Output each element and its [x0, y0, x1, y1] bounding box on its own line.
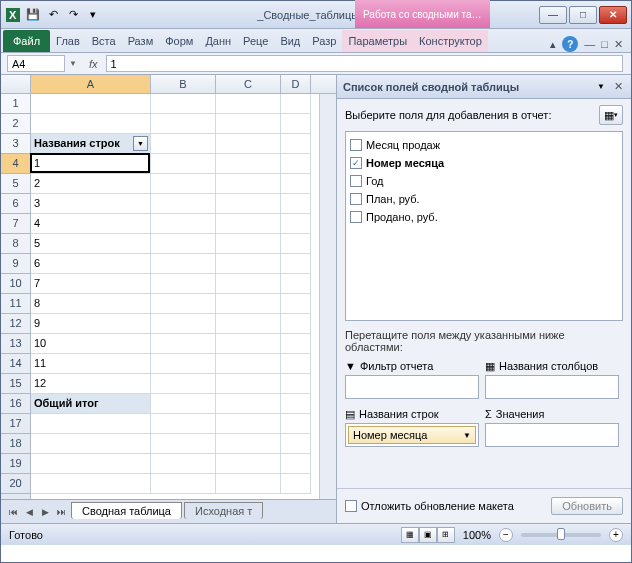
cell[interactable]: 3: [31, 194, 151, 214]
row-header[interactable]: 16: [1, 394, 30, 414]
cell[interactable]: [151, 234, 216, 254]
cell[interactable]: [216, 374, 281, 394]
layout-options-button[interactable]: ▦▾: [599, 105, 623, 125]
row-header[interactable]: 18: [1, 434, 30, 454]
view-pagebreak-button[interactable]: ⊞: [437, 527, 455, 543]
view-normal-button[interactable]: ▦: [401, 527, 419, 543]
doc-restore-icon[interactable]: □: [601, 38, 608, 50]
cell[interactable]: [281, 414, 311, 434]
row-header[interactable]: 17: [1, 414, 30, 434]
cell[interactable]: [281, 254, 311, 274]
redo-icon[interactable]: ↷: [65, 7, 81, 23]
row-header[interactable]: 12: [1, 314, 30, 334]
formula-input[interactable]: 1: [106, 55, 623, 72]
cell[interactable]: Общий итог: [31, 394, 151, 414]
ribbon-tab[interactable]: Разр: [306, 30, 342, 52]
column-header[interactable]: C: [216, 75, 281, 93]
sheet-nav-next-icon[interactable]: ▶: [37, 504, 53, 520]
filter-dropdown-button[interactable]: ▼: [133, 136, 148, 151]
excel-icon[interactable]: X: [5, 7, 21, 23]
zoom-percent[interactable]: 100%: [463, 529, 491, 541]
row-header[interactable]: 7: [1, 214, 30, 234]
cell[interactable]: [216, 234, 281, 254]
ribbon-minimize-icon[interactable]: ▴: [550, 38, 556, 51]
cell[interactable]: [281, 314, 311, 334]
cell[interactable]: 8: [31, 294, 151, 314]
sheet-tab-active[interactable]: Сводная таблица: [71, 502, 182, 519]
field-checkbox[interactable]: ✓: [350, 157, 362, 169]
cell[interactable]: [281, 354, 311, 374]
cell[interactable]: [151, 374, 216, 394]
cell[interactable]: [216, 414, 281, 434]
cell[interactable]: [31, 434, 151, 454]
pane-dropdown-icon[interactable]: ▼: [597, 82, 605, 91]
cell[interactable]: [151, 314, 216, 334]
ribbon-tab[interactable]: Данн: [199, 30, 237, 52]
cell[interactable]: [151, 274, 216, 294]
filter-drop-zone[interactable]: [345, 375, 479, 399]
update-button[interactable]: Обновить: [551, 497, 623, 515]
cell[interactable]: [151, 414, 216, 434]
cell[interactable]: 1: [31, 154, 151, 174]
cell[interactable]: [151, 134, 216, 154]
row-header[interactable]: 2: [1, 114, 30, 134]
cell[interactable]: 9: [31, 314, 151, 334]
cell[interactable]: [151, 454, 216, 474]
ribbon-tab-contextual[interactable]: Конструктор: [413, 30, 488, 52]
row-header[interactable]: 5: [1, 174, 30, 194]
cell[interactable]: [151, 154, 216, 174]
cell[interactable]: [281, 454, 311, 474]
row-header[interactable]: 14: [1, 354, 30, 374]
ribbon-tab[interactable]: Вид: [274, 30, 306, 52]
values-drop-zone[interactable]: [485, 423, 619, 447]
cell[interactable]: [281, 94, 311, 114]
defer-checkbox[interactable]: [345, 500, 357, 512]
cell[interactable]: [216, 94, 281, 114]
cell[interactable]: [216, 174, 281, 194]
cell[interactable]: [216, 254, 281, 274]
field-item[interactable]: Год: [350, 172, 618, 190]
cell[interactable]: [281, 214, 311, 234]
ribbon-tab[interactable]: Реце: [237, 30, 274, 52]
cell[interactable]: [216, 214, 281, 234]
cell[interactable]: 12: [31, 374, 151, 394]
cell[interactable]: [216, 114, 281, 134]
field-checkbox[interactable]: [350, 211, 362, 223]
ribbon-tab-contextual[interactable]: Параметры: [342, 30, 413, 52]
cell[interactable]: [31, 114, 151, 134]
field-item[interactable]: План, руб.: [350, 190, 618, 208]
cell[interactable]: [216, 474, 281, 494]
cell[interactable]: [151, 394, 216, 414]
ribbon-tab[interactable]: Вста: [86, 30, 122, 52]
row-header[interactable]: 15: [1, 374, 30, 394]
field-checkbox[interactable]: [350, 175, 362, 187]
cell[interactable]: [216, 314, 281, 334]
cell[interactable]: [281, 374, 311, 394]
sheet-nav-first-icon[interactable]: ⏮: [5, 504, 21, 520]
namebox-dropdown-icon[interactable]: ▼: [65, 59, 81, 68]
row-zone-item[interactable]: Номер месяца▼: [348, 426, 476, 444]
cell[interactable]: 11: [31, 354, 151, 374]
cell[interactable]: [151, 254, 216, 274]
chevron-down-icon[interactable]: ▼: [463, 431, 471, 440]
cell[interactable]: [151, 174, 216, 194]
cell[interactable]: [31, 474, 151, 494]
cell[interactable]: [281, 154, 311, 174]
cell[interactable]: [216, 334, 281, 354]
qat-more-icon[interactable]: ▾: [85, 7, 101, 23]
cell[interactable]: [151, 354, 216, 374]
sheet-nav-prev-icon[interactable]: ◀: [21, 504, 37, 520]
row-header[interactable]: 6: [1, 194, 30, 214]
field-checkbox[interactable]: [350, 139, 362, 151]
save-icon[interactable]: 💾: [25, 7, 41, 23]
vertical-scrollbar[interactable]: [319, 94, 336, 499]
cell[interactable]: [216, 454, 281, 474]
row-header[interactable]: 4: [1, 154, 30, 174]
cell[interactable]: [281, 194, 311, 214]
cell[interactable]: [281, 274, 311, 294]
fx-icon[interactable]: fx: [81, 58, 106, 70]
cell[interactable]: [31, 454, 151, 474]
row-header[interactable]: 13: [1, 334, 30, 354]
cell[interactable]: [151, 94, 216, 114]
field-item[interactable]: Месяц продаж: [350, 136, 618, 154]
